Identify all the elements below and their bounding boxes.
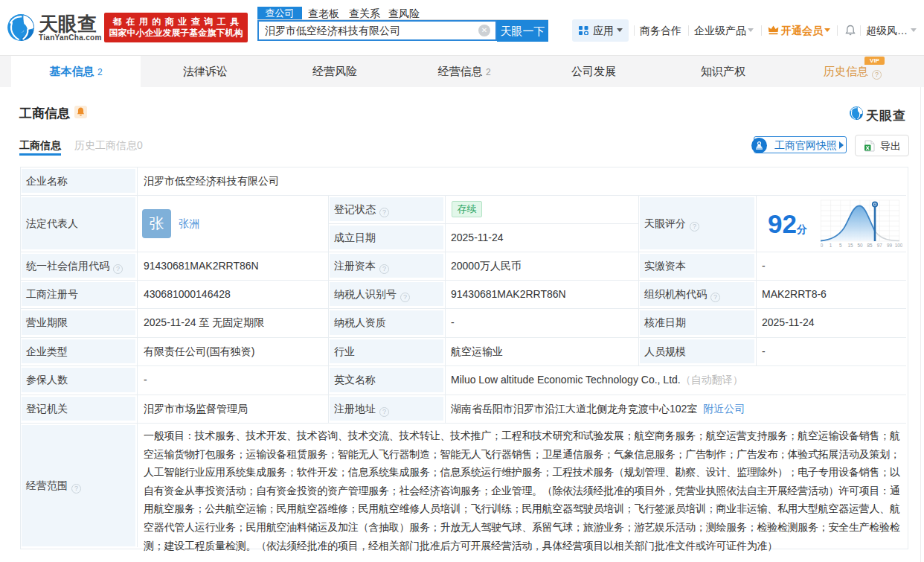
svg-text:97: 97 <box>877 243 883 248</box>
svg-text:1: 1 <box>830 243 832 248</box>
svg-text:85: 85 <box>867 243 873 248</box>
svg-text:50: 50 <box>857 243 863 248</box>
svg-text:15: 15 <box>847 243 853 248</box>
svg-text:5: 5 <box>839 243 842 248</box>
svg-text:100: 100 <box>895 243 902 248</box>
svg-text:99: 99 <box>887 243 893 248</box>
svg-text:0: 0 <box>821 243 824 248</box>
